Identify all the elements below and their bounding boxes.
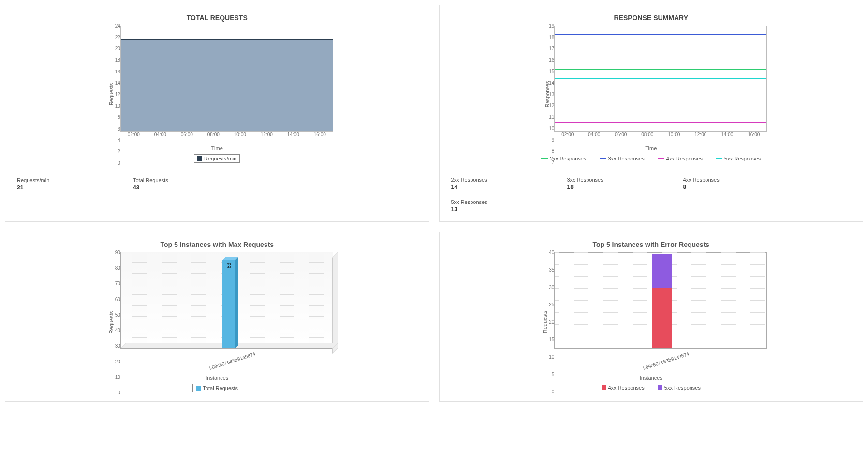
legend-item-5xx: 5xx Responses: [655, 384, 704, 392]
stat-2xx: 2xx Responses 14: [451, 177, 509, 190]
x-axis-label: Time: [101, 145, 333, 151]
x-axis-ticks: 02:0004:0006:0008:0010:0012:0014:0016:00: [120, 132, 333, 139]
legend-item-3xx: 3xx Responses: [597, 155, 647, 162]
x-axis-label: Instances: [101, 375, 333, 381]
chart-title: Top 5 Instances with Max Requests: [17, 241, 417, 248]
bar-value-label: 83: [226, 262, 232, 268]
x-axis-ticks: i-09c807683b91a9874: [120, 349, 333, 368]
stat-value: 8: [683, 184, 741, 190]
legend-swatch-icon: [600, 158, 606, 159]
x-axis-label: Time: [535, 145, 767, 151]
area-series-requests: [121, 39, 333, 131]
chart-area-total-requests: Requests 024681012141618202224 02:0004:0…: [101, 26, 333, 163]
legend-label: 5xx Responses: [664, 385, 701, 391]
chart-title: RESPONSE SUMMARY: [451, 14, 852, 22]
legend-item-4xx: 4xx Responses: [599, 384, 647, 392]
stat-label: 2xx Responses: [451, 177, 509, 183]
legend-item-requests-min: Requests/min: [194, 154, 240, 163]
plot-area: [120, 26, 333, 132]
legend-label: Total Requests: [203, 385, 238, 391]
line-3xx: [555, 34, 766, 35]
chart-line-response-summary: Responses 78910111213141516171819 02:000…: [535, 26, 767, 162]
stats-row: Requests/min 21 Total Requests 43: [17, 177, 417, 191]
chart-legend: Requests/min: [101, 154, 333, 163]
stat-5xx: 5xx Responses 13: [451, 199, 852, 213]
legend-swatch-icon: [658, 158, 664, 159]
stat-total-requests: Total Requests 43: [133, 177, 191, 191]
line-5xx: [555, 78, 766, 79]
x-axis-ticks: 02:0004:0006:0008:0010:0012:0014:0016:00: [554, 132, 767, 139]
line-2xx: [555, 69, 766, 70]
bar-instance-0: 83: [222, 260, 235, 348]
legend-swatch-icon: [196, 386, 201, 391]
stat-value: 13: [451, 206, 852, 213]
legend-item-5xx: 5xx Responses: [713, 155, 764, 162]
y-axis-ticks: 0510152025303540: [541, 252, 554, 392]
stat-value: 18: [567, 184, 625, 190]
chart-legend: 4xx Responses 5xx Responses: [535, 384, 767, 392]
legend-swatch-icon: [658, 385, 662, 390]
legend-label: 5xx Responses: [724, 156, 761, 161]
chart-legend: 2xx Responses 3xx Responses 4xx Response…: [535, 154, 767, 162]
x-axis-label: Instances: [535, 375, 767, 381]
x-tick-label: i-09c807683b91a9874: [208, 351, 256, 371]
stat-label: 5xx Responses: [451, 199, 852, 205]
legend-item-total-requests: Total Requests: [192, 384, 241, 392]
legend-label: 4xx Responses: [666, 156, 703, 161]
bar-segment-5xx: [652, 254, 672, 288]
bar-segment-4xx: [652, 288, 672, 348]
legend-swatch-icon: [716, 158, 722, 159]
panel-top5-error-requests: Top 5 Instances with Error Requests Requ…: [439, 232, 864, 402]
chart-bar-top5-max: Requests 0102030405060708090 83 i-09c807…: [101, 252, 333, 392]
stat-value: 14: [451, 184, 509, 190]
legend-label: Requests/min: [204, 156, 236, 161]
panel-top5-max-requests: Top 5 Instances with Max Requests Reques…: [5, 232, 429, 402]
chart-title: TOTAL REQUESTS: [17, 14, 417, 22]
line-4xx: [555, 122, 766, 123]
stats-row: 2xx Responses 14 3xx Responses 18 4xx Re…: [451, 177, 852, 213]
plot-area: [554, 252, 767, 349]
plot-area: 83: [120, 252, 333, 349]
chart-bar-top5-error: Requests 0510152025303540 i-09c807683b91…: [535, 252, 767, 392]
bar-instance-0: [652, 254, 672, 348]
legend-label: 3xx Responses: [608, 156, 645, 161]
legend-item-4xx: 4xx Responses: [655, 155, 706, 162]
legend-swatch-icon: [197, 156, 202, 161]
stat-requests-min: Requests/min 21: [17, 177, 75, 191]
panel-total-requests: TOTAL REQUESTS Requests 0246810121416182…: [5, 5, 429, 222]
stat-value: 21: [17, 184, 75, 191]
y-axis-ticks: 024681012141618202224: [107, 26, 120, 163]
legend-label: 2xx Responses: [550, 156, 586, 161]
stat-4xx: 4xx Responses 8: [683, 177, 741, 190]
panel-response-summary: RESPONSE SUMMARY Responses 7891011121314…: [439, 5, 864, 222]
stat-label: 4xx Responses: [683, 177, 741, 183]
dashboard: TOTAL REQUESTS Requests 0246810121416182…: [5, 5, 863, 402]
legend-label: 4xx Responses: [608, 385, 645, 391]
chart-title: Top 5 Instances with Error Requests: [451, 241, 852, 248]
stat-label: 3xx Responses: [567, 177, 625, 183]
y-axis-ticks: 78910111213141516171819: [541, 26, 554, 162]
x-axis-ticks: i-09c807683b91a9874: [554, 349, 767, 368]
stat-label: Total Requests: [133, 177, 191, 183]
plot-area: [554, 26, 767, 132]
stat-value: 43: [133, 184, 191, 191]
y-axis-ticks: 0102030405060708090: [107, 252, 120, 392]
legend-swatch-icon: [602, 385, 606, 390]
stat-label: Requests/min: [17, 177, 75, 183]
chart-legend: Total Requests: [101, 384, 333, 392]
stat-3xx: 3xx Responses 18: [567, 177, 625, 190]
x-tick-label: i-09c807683b91a9874: [642, 351, 690, 371]
